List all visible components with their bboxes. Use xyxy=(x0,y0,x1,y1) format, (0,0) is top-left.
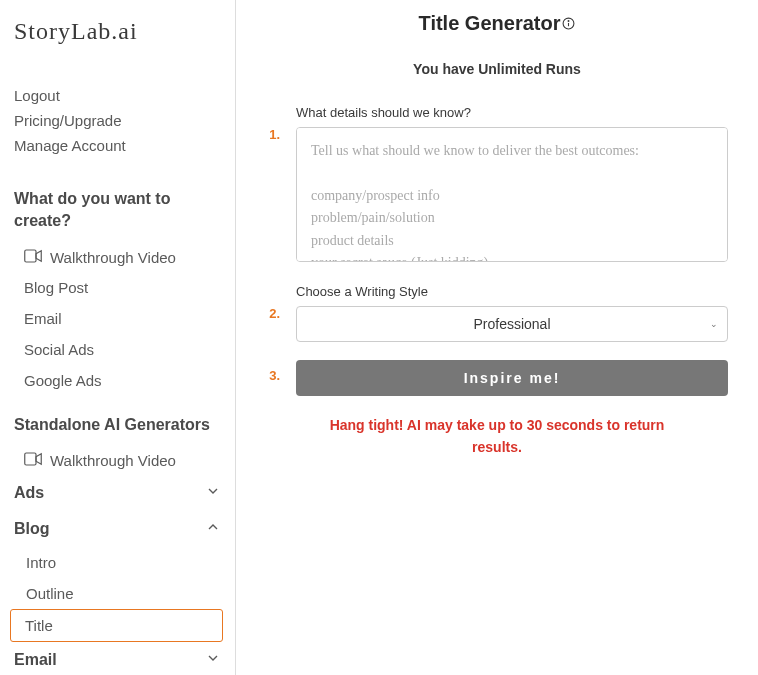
group-ads[interactable]: Ads xyxy=(0,475,235,511)
group-blog-label: Blog xyxy=(14,520,50,538)
chevron-down-icon xyxy=(205,483,221,503)
nav-google-ads[interactable]: Google Ads xyxy=(14,365,221,396)
inspire-button[interactable]: Inspire me! xyxy=(296,360,728,396)
details-label: What details should we know? xyxy=(296,105,728,120)
group-email[interactable]: Email xyxy=(0,642,235,675)
form-row-details: 1. What details should we know? xyxy=(266,105,728,266)
page-title: Title Generator xyxy=(419,12,561,35)
style-select[interactable]: Professional xyxy=(296,306,728,342)
runs-label: You have Unlimited Runs xyxy=(266,61,728,77)
camera-icon xyxy=(24,452,42,469)
logout-link[interactable]: Logout xyxy=(14,83,221,108)
nav-email[interactable]: Email xyxy=(14,303,221,334)
details-input[interactable] xyxy=(296,127,728,262)
nav-social-ads[interactable]: Social Ads xyxy=(14,334,221,365)
manage-account-link[interactable]: Manage Account xyxy=(14,133,221,158)
info-icon[interactable] xyxy=(562,12,575,35)
step-2: 2. xyxy=(266,284,280,321)
main-content: Title Generator You have Unlimited Runs … xyxy=(236,0,758,675)
walkthrough-label: Walkthrough Video xyxy=(50,249,176,266)
page-title-row: Title Generator xyxy=(266,12,728,35)
chevron-down-icon xyxy=(205,650,221,670)
walkthrough-label: Walkthrough Video xyxy=(50,452,176,469)
account-links: Logout Pricing/Upgrade Manage Account xyxy=(14,83,221,158)
form-row-style: 2. Choose a Writing Style Professional ⌄ xyxy=(266,284,728,342)
form-row-button: 3. Inspire me! xyxy=(266,360,728,396)
svg-point-4 xyxy=(569,21,570,22)
sidebar: StoryLab.ai Logout Pricing/Upgrade Manag… xyxy=(0,0,236,675)
svg-rect-1 xyxy=(25,453,36,465)
style-label: Choose a Writing Style xyxy=(296,284,728,299)
group-email-label: Email xyxy=(14,651,57,669)
walkthrough-video-standalone[interactable]: Walkthrough Video xyxy=(14,446,221,475)
wait-message: Hang tight! AI may take up to 30 seconds… xyxy=(266,414,728,459)
nav-blog-post[interactable]: Blog Post xyxy=(14,272,221,303)
group-ads-label: Ads xyxy=(14,484,44,502)
logo: StoryLab.ai xyxy=(14,18,221,45)
camera-icon xyxy=(24,249,42,266)
blog-outline[interactable]: Outline xyxy=(24,578,221,609)
blog-title[interactable]: Title xyxy=(10,609,223,642)
walkthrough-video-create[interactable]: Walkthrough Video xyxy=(14,243,221,272)
group-blog[interactable]: Blog xyxy=(0,511,235,547)
chevron-up-icon xyxy=(205,519,221,539)
svg-rect-0 xyxy=(25,250,36,262)
step-1: 1. xyxy=(266,105,280,142)
blog-intro[interactable]: Intro xyxy=(24,547,221,578)
standalone-heading: Standalone AI Generators xyxy=(14,414,221,436)
create-heading: What do you want to create? xyxy=(14,188,221,233)
blog-subitems: Intro Outline Title xyxy=(14,547,221,642)
pricing-link[interactable]: Pricing/Upgrade xyxy=(14,108,221,133)
step-3: 3. xyxy=(266,360,280,383)
